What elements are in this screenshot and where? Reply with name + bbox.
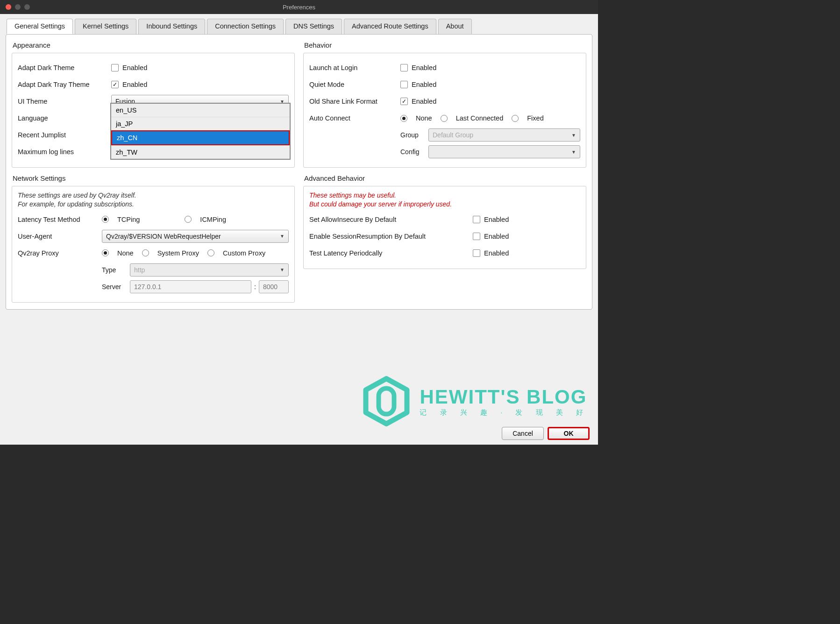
recent-jumplist-label: Recent Jumplist (18, 131, 111, 139)
appearance-title: Appearance (13, 41, 294, 49)
user-agent-label: User-Agent (18, 233, 102, 240)
watermark-title: HEWITT'S BLOG (420, 386, 589, 408)
quiet-label: Quiet Mode (309, 81, 400, 88)
group-value: Default Group (433, 131, 473, 139)
group-select[interactable]: Default Group ▼ (428, 128, 580, 142)
watermark-subtitle: 记 录 兴 趣 · 发 现 美 好 (420, 408, 589, 417)
proxy-type-value: http (134, 266, 145, 274)
advanced-title: Advanced Behavior (304, 174, 585, 182)
config-label: Config (400, 148, 428, 156)
chevron-down-icon: ▼ (280, 267, 285, 272)
cancel-button[interactable]: Cancel (502, 427, 544, 440)
watermark: HEWITT'S BLOG 记 录 兴 趣 · 发 现 美 好 (361, 376, 589, 427)
auto-connect-last-radio[interactable] (441, 115, 448, 122)
proxy-none-label: None (117, 249, 134, 257)
session-resume-checkbox[interactable] (473, 233, 480, 240)
launch-checkbox[interactable] (400, 64, 408, 71)
advanced-group: These settings may be useful. But could … (303, 186, 586, 269)
auto-connect-label: Auto Connect (309, 114, 400, 122)
auto-connect-none-radio[interactable] (400, 115, 407, 122)
network-note-2: For example, for updating subscriptions. (18, 200, 289, 209)
adapt-dark-checkbox[interactable] (111, 64, 119, 71)
chevron-down-icon: ▼ (571, 149, 576, 155)
test-latency-label: Test Latency Periodcally (309, 249, 473, 257)
adapt-dark-enabled-text: Enabled (122, 64, 147, 71)
user-agent-select[interactable]: Qv2ray/$VERSION WebRequestHelper ▼ (102, 230, 289, 243)
window-zoom-button[interactable] (24, 4, 30, 10)
latency-icmping-radio[interactable] (185, 216, 192, 223)
proxy-server-port-input[interactable] (259, 280, 289, 293)
tab-inbound-settings[interactable]: Inbound Settings (138, 19, 205, 34)
network-group: These settings are used by Qv2ray itself… (12, 186, 295, 303)
allow-insecure-enabled-text: Enabled (484, 216, 509, 223)
window-close-button[interactable] (6, 4, 11, 10)
allow-insecure-label: Set AllowInsecure By Default (309, 216, 473, 223)
latency-tcping-label: TCPing (117, 216, 140, 223)
quiet-checkbox[interactable] (400, 81, 408, 88)
launch-label: Launch at Login (309, 64, 400, 71)
language-label: Language (18, 114, 111, 122)
session-resume-label: Enable SessionResumption By Default (309, 233, 473, 240)
user-agent-value: Qv2ray/$VERSION WebRequestHelper (106, 233, 221, 240)
proxy-custom-label: Custom Proxy (223, 249, 265, 257)
language-dropdown[interactable]: en_US ja_JP zh_CN zh_TW (110, 103, 291, 160)
tab-advanced-route-settings[interactable]: Advanced Route Settings (344, 19, 436, 34)
language-option-zh-cn[interactable]: zh_CN (111, 130, 290, 145)
max-log-lines-label: Maximum log lines (18, 148, 111, 156)
language-option-en-us[interactable]: en_US (111, 104, 290, 117)
proxy-type-select[interactable]: http ▼ (130, 263, 289, 277)
proxy-server-host-input[interactable] (130, 280, 251, 293)
proxy-none-radio[interactable] (102, 249, 109, 256)
behavior-title: Behavior (304, 41, 585, 49)
group-label: Group (400, 131, 428, 139)
launch-enabled-text: Enabled (412, 64, 436, 71)
proxy-port-separator: : (251, 283, 259, 291)
advanced-warn-2: But could damage your server if improper… (309, 200, 580, 209)
ok-button[interactable]: OK (548, 427, 590, 440)
chevron-down-icon: ▼ (280, 234, 285, 239)
tab-about[interactable]: About (438, 19, 472, 34)
proxy-label: Qv2ray Proxy (18, 249, 102, 257)
test-latency-checkbox[interactable] (473, 249, 480, 257)
behavior-group: Launch at Login Enabled Quiet Mode Enabl… (303, 53, 586, 168)
language-option-zh-tw[interactable]: zh_TW (111, 145, 290, 159)
auto-connect-last-label: Last Connected (456, 114, 504, 122)
proxy-custom-radio[interactable] (207, 249, 214, 256)
appearance-group: Adapt Dark Theme Enabled Adapt Dark Tray… (12, 53, 295, 168)
advanced-warn-1: These settings may be useful. (309, 191, 580, 200)
watermark-logo-icon (361, 376, 412, 427)
tab-kernel-settings[interactable]: Kernel Settings (75, 19, 136, 34)
svg-marker-0 (366, 379, 407, 424)
tab-general-settings[interactable]: General Settings (7, 19, 73, 34)
test-latency-enabled-text: Enabled (484, 249, 509, 257)
network-note-1: These settings are used by Qv2ray itself… (18, 191, 289, 200)
adapt-dark-label: Adapt Dark Theme (18, 64, 111, 71)
adapt-dark-tray-enabled-text: Enabled (122, 81, 147, 88)
config-select[interactable]: ▼ (428, 145, 580, 158)
adapt-dark-tray-checkbox[interactable] (111, 81, 119, 88)
auto-connect-fixed-radio[interactable] (512, 115, 519, 122)
proxy-system-radio[interactable] (142, 249, 149, 256)
window-title: Preferences (283, 4, 315, 11)
tab-dns-settings[interactable]: DNS Settings (285, 19, 342, 34)
language-option-ja-jp[interactable]: ja_JP (111, 117, 290, 130)
proxy-type-label: Type (102, 266, 130, 274)
auto-connect-none-label: None (416, 114, 432, 122)
proxy-system-label: System Proxy (157, 249, 199, 257)
titlebar: Preferences (0, 0, 598, 14)
latency-icmping-label: ICMPing (200, 216, 226, 223)
tab-bar: General Settings Kernel Settings Inbound… (0, 14, 598, 34)
window-minimize-button[interactable] (15, 4, 21, 10)
proxy-server-label: Server (102, 283, 130, 291)
tab-connection-settings[interactable]: Connection Settings (207, 19, 284, 34)
session-resume-enabled-text: Enabled (484, 233, 509, 240)
ui-theme-label: UI Theme (18, 98, 111, 105)
chevron-down-icon: ▼ (571, 133, 576, 138)
adapt-dark-tray-label: Adapt Dark Tray Theme (18, 81, 111, 88)
old-share-checkbox[interactable] (400, 98, 408, 105)
allow-insecure-checkbox[interactable] (473, 216, 480, 223)
latency-tcping-radio[interactable] (102, 216, 109, 223)
network-title: Network Settings (13, 174, 294, 182)
old-share-label: Old Share Link Format (309, 98, 400, 105)
latency-label: Latency Test Method (18, 216, 102, 223)
